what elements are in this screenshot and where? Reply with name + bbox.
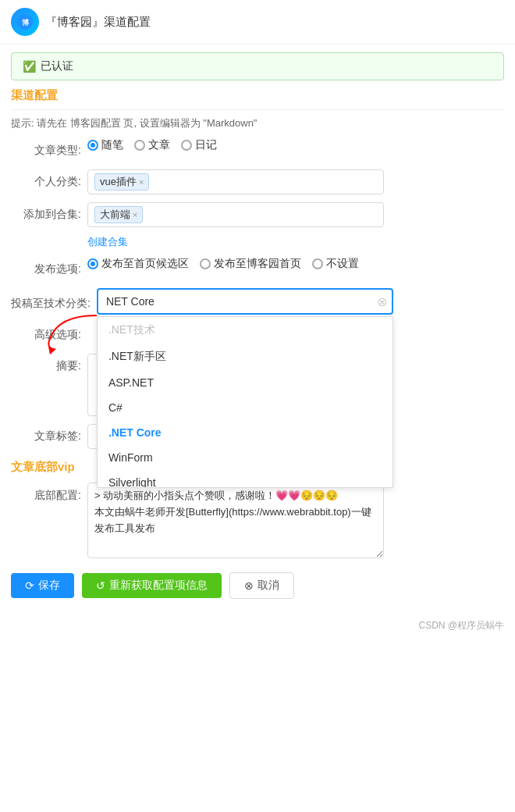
article-type-row: 文章类型: 随笔 文章 日记 (11, 138, 504, 162)
refresh-label: 重新获取配置项信息 (109, 579, 208, 593)
tech-category-row: 投稿至技术分类: ⊗ .NET技术 .NET新手区 ASP.NET C# .NE… (11, 288, 504, 315)
collection-content: 大前端 × 创建合集 (87, 202, 504, 249)
create-collection-link[interactable]: 创建合集 (87, 236, 128, 248)
publish-options-label: 发布选项: (11, 257, 81, 280)
tag-vue-plugin: vue插件 × (94, 173, 149, 191)
publish-options-row: 发布选项: 发布至首页候选区 发布至博客园首页 不设置 (11, 257, 504, 280)
save-label: 保存 (38, 579, 60, 593)
cancel-button[interactable]: ⊗ 取消 (229, 572, 294, 599)
radio-no-publish[interactable]: 不设置 (312, 257, 359, 271)
refresh-button[interactable]: ↺ 重新获取配置项信息 (82, 573, 222, 598)
radio-riji-circle (181, 140, 192, 151)
cancel-label: 取消 (258, 579, 279, 593)
abstract-label: 摘要: (11, 354, 81, 377)
collection-row: 添加到合集: 大前端 × 创建合集 (11, 202, 504, 249)
radio-wenzhang[interactable]: 文章 (134, 138, 170, 152)
auth-label: 已认证 (41, 59, 73, 73)
dropdown-item-5[interactable]: WinForm (98, 445, 392, 470)
footer-config-label: 底部配置: (11, 483, 81, 504)
tech-category-content: ⊗ .NET技术 .NET新手区 ASP.NET C# .NET Core Wi… (97, 288, 504, 315)
tag-daqianduan-close[interactable]: × (133, 210, 137, 219)
article-tags-label: 文章标签: (11, 424, 81, 447)
header: 博 『博客园』渠道配置 (0, 0, 515, 45)
radio-homepage-main-circle (200, 258, 211, 269)
dropdown-item-3[interactable]: C# (98, 395, 392, 420)
page-footer: CSDN @程序员蜗牛 (0, 613, 515, 639)
personal-category-label: 个人分类: (11, 169, 81, 193)
radio-homepage-candidate-circle (87, 258, 98, 269)
dropdown-item-6[interactable]: Silverlight (98, 470, 392, 488)
clear-icon[interactable]: ⊗ (377, 294, 387, 309)
footer-config-row: 底部配置: > 动动美丽的小指头点个赞呗，感谢啦！💗💗😔😔😔 本文由蜗牛老师开发… (11, 483, 504, 558)
article-type-options: 随笔 文章 日记 (87, 138, 504, 152)
radio-homepage-candidate-label: 发布至首页候选区 (101, 257, 189, 271)
radio-riji-label: 日记 (195, 138, 217, 152)
svg-text:博: 博 (22, 19, 30, 27)
tip-text: 提示: 请先在 博客园配置 页, 设置编辑器为 "Markdown" (11, 116, 504, 130)
advanced-options-label: 高级选项: (11, 322, 81, 346)
dropdown-list: .NET技术 .NET新手区 ASP.NET C# .NET Core WinF… (97, 316, 393, 488)
radio-no-publish-circle (312, 258, 323, 269)
logo: 博 (11, 8, 39, 36)
publish-options-radio-group: 发布至首页候选区 发布至博客园首页 不设置 (87, 257, 359, 271)
tag-daqianduan: 大前端 × (94, 206, 143, 223)
radio-suibi-label: 随笔 (101, 138, 123, 152)
article-type-radio-group: 随笔 文章 日记 (87, 138, 217, 152)
divider-1 (11, 109, 504, 110)
tag-vue-plugin-close[interactable]: × (139, 177, 144, 187)
collection-label: 添加到合集: (11, 202, 81, 226)
radio-wenzhang-label: 文章 (148, 138, 170, 152)
header-title: 『博客园』渠道配置 (45, 15, 151, 30)
tag-vue-plugin-label: vue插件 (100, 175, 137, 189)
tag-daqianduan-label: 大前端 (100, 208, 130, 222)
tech-category-dropdown: ⊗ .NET技术 .NET新手区 ASP.NET C# .NET Core Wi… (97, 288, 393, 315)
footer-config-textarea[interactable]: > 动动美丽的小指头点个赞呗，感谢啦！💗💗😔😔😔 本文由蜗牛老师开发[Butte… (87, 483, 384, 558)
tech-category-label: 投稿至技术分类: (11, 288, 91, 315)
collection-input[interactable]: 大前端 × (87, 202, 384, 227)
channel-config-title: 渠道配置 (11, 88, 504, 103)
dropdown-item-4[interactable]: .NET Core (98, 420, 392, 445)
dropdown-item-2[interactable]: ASP.NET (98, 370, 392, 395)
personal-category-input[interactable]: vue插件 × (87, 169, 384, 194)
check-icon: ✅ (23, 60, 36, 73)
radio-suibi-circle (87, 140, 98, 151)
dropdown-item-1[interactable]: .NET新手区 (98, 344, 392, 370)
radio-homepage-main-label: 发布至博客园首页 (214, 257, 301, 271)
personal-category-content: vue插件 × (87, 169, 504, 194)
article-type-label: 文章类型: (11, 138, 81, 162)
radio-homepage-candidate[interactable]: 发布至首页候选区 (87, 257, 189, 271)
radio-no-publish-label: 不设置 (326, 257, 359, 271)
radio-suibi[interactable]: 随笔 (87, 138, 123, 152)
footer-config-content: > 动动美丽的小指头点个赞呗，感谢啦！💗💗😔😔😔 本文由蜗牛老师开发[Butte… (87, 483, 504, 558)
button-row: ⟳ 保存 ↺ 重新获取配置项信息 ⊗ 取消 (11, 572, 504, 599)
footer-text: CSDN @程序员蜗牛 (418, 620, 504, 631)
radio-wenzhang-circle (134, 140, 145, 151)
refresh-icon: ↺ (96, 579, 105, 592)
auth-badge: ✅ 已认证 (11, 52, 504, 80)
publish-options-content: 发布至首页候选区 发布至博客园首页 不设置 (87, 257, 504, 271)
cancel-icon: ⊗ (244, 579, 254, 592)
radio-riji[interactable]: 日记 (181, 138, 217, 152)
radio-homepage-main[interactable]: 发布至博客园首页 (200, 257, 301, 271)
save-button[interactable]: ⟳ 保存 (11, 573, 74, 598)
dropdown-item-0[interactable]: .NET技术 (98, 317, 392, 344)
personal-category-row: 个人分类: vue插件 × (11, 169, 504, 194)
tech-category-input[interactable] (97, 288, 393, 315)
save-icon: ⟳ (25, 579, 34, 592)
